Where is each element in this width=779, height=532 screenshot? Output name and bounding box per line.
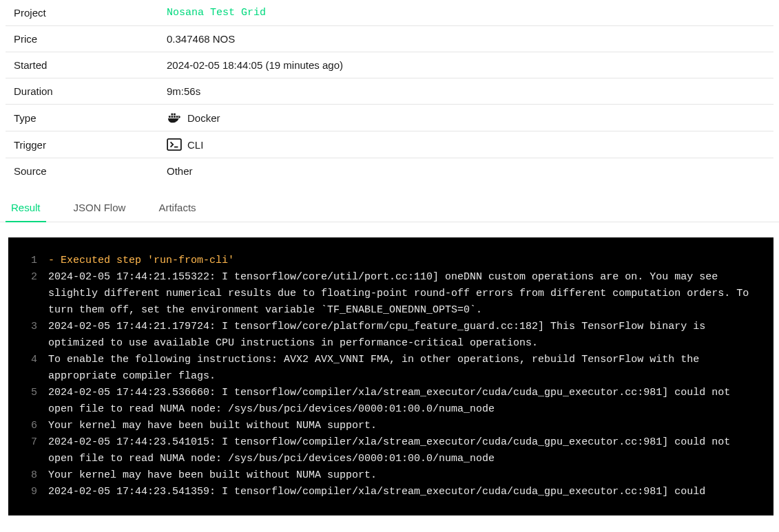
log-line: 72024-02-05 17:44:23.541015: I tensorflo… [8, 434, 773, 467]
log-line-number: 9 [8, 484, 48, 500]
log-line: 1- Executed step 'run-from-cli' [8, 253, 773, 269]
log-line-text: Your kernel may have been built without … [48, 467, 773, 484]
tab-json-flow[interactable]: JSON Flow [68, 193, 132, 222]
log-line-number: 6 [8, 418, 48, 434]
log-line-text: Your kernel may have been built without … [48, 418, 773, 434]
duration-value: 9m:56s [167, 85, 200, 97]
log-line-text: 2024-02-05 17:44:21.155322: I tensorflow… [48, 269, 773, 319]
svg-rect-3 [172, 114, 174, 116]
log-line-text: 2024-02-05 17:44:23.541015: I tensorflow… [48, 434, 773, 467]
detail-row-price: Price 0.347468 NOS [6, 26, 773, 52]
log-line: 32024-02-05 17:44:21.179724: I tensorflo… [8, 319, 773, 352]
detail-row-duration: Duration 9m:56s [6, 78, 773, 105]
log-line: 6Your kernel may have been built without… [8, 418, 773, 434]
type-text: Docker [187, 112, 220, 124]
trigger-text: CLI [187, 139, 203, 151]
svg-rect-5 [176, 116, 178, 118]
log-line-text: 2024-02-05 17:44:21.179724: I tensorflow… [48, 319, 773, 352]
detail-row-project: Project Nosana Test Grid [6, 0, 773, 26]
svg-rect-6 [167, 139, 181, 150]
log-line-number: 1 [8, 253, 48, 269]
source-label: Source [14, 165, 167, 177]
type-label: Type [14, 112, 167, 124]
log-line: 52024-02-05 17:44:23.536660: I tensorflo… [8, 385, 773, 418]
log-line-text: To enable the following instructions: AV… [48, 352, 773, 385]
svg-rect-0 [169, 116, 171, 118]
svg-rect-1 [172, 116, 174, 118]
duration-label: Duration [14, 85, 167, 97]
svg-rect-2 [174, 116, 176, 118]
started-value: 2024-02-05 18:44:05 (19 minutes ago) [167, 59, 343, 71]
tab-result[interactable]: Result [6, 193, 46, 222]
log-line-text: 2024-02-05 17:44:23.536660: I tensorflow… [48, 385, 773, 418]
log-line-text: - Executed step 'run-from-cli' [48, 253, 773, 269]
log-line-number: 4 [8, 352, 48, 385]
log-line-number: 5 [8, 385, 48, 418]
svg-rect-4 [174, 114, 176, 116]
tab-artifacts[interactable]: Artifacts [153, 193, 201, 222]
detail-row-started: Started 2024-02-05 18:44:05 (19 minutes … [6, 52, 773, 78]
started-label: Started [14, 59, 167, 71]
detail-row-source: Source Other [6, 158, 773, 184]
log-line-number: 2 [8, 269, 48, 319]
project-value: Nosana Test Grid [167, 7, 266, 19]
tabs: Result JSON Flow Artifacts [0, 193, 779, 222]
log-line: 8Your kernel may have been built without… [8, 467, 773, 484]
log-line-text: 2024-02-05 17:44:23.541359: I tensorflow… [48, 484, 773, 500]
detail-row-trigger: Trigger CLI [6, 131, 773, 158]
log-line: 22024-02-05 17:44:21.155322: I tensorflo… [8, 269, 773, 319]
trigger-value: CLI [167, 138, 203, 151]
price-value: 0.347468 NOS [167, 33, 235, 45]
docker-icon [167, 111, 182, 124]
details-table: Project Nosana Test Grid Price 0.347468 … [0, 0, 779, 184]
log-line-number: 7 [8, 434, 48, 467]
type-value: Docker [167, 111, 220, 124]
result-panel: 1- Executed step 'run-from-cli'22024-02-… [8, 237, 773, 515]
log-line: 92024-02-05 17:44:23.541359: I tensorflo… [8, 484, 773, 500]
price-label: Price [14, 33, 167, 45]
project-link[interactable]: Nosana Test Grid [167, 7, 266, 19]
trigger-label: Trigger [14, 139, 167, 151]
source-value: Other [167, 165, 193, 177]
cli-icon [167, 138, 182, 151]
log-line-number: 3 [8, 319, 48, 352]
project-label: Project [14, 7, 167, 19]
detail-row-type: Type Docker [6, 105, 773, 131]
log-line-number: 8 [8, 467, 48, 484]
log-line: 4To enable the following instructions: A… [8, 352, 773, 385]
